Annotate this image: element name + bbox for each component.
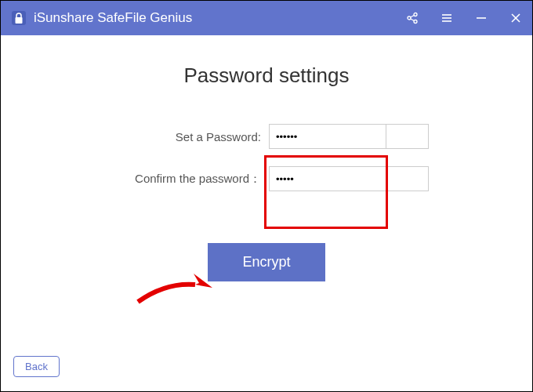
- main-content: Password settings Set a Password: Confir…: [1, 35, 532, 281]
- svg-line-5: [411, 16, 415, 18]
- svg-rect-1: [16, 17, 23, 24]
- app-lock-icon: [10, 9, 27, 27]
- password-row: Set a Password:: [48, 124, 485, 149]
- app-window: iSunshare SafeFile Genius: [0, 0, 533, 392]
- titlebar-right: [405, 11, 523, 25]
- back-button[interactable]: Back: [13, 356, 60, 377]
- confirm-label: Confirm the password：: [104, 172, 261, 187]
- password-label: Set a Password:: [104, 130, 261, 143]
- page-title: Password settings: [48, 64, 485, 88]
- minimize-icon[interactable]: [474, 11, 488, 25]
- svg-point-3: [408, 16, 411, 20]
- confirm-row: Confirm the password：: [48, 166, 485, 191]
- share-icon[interactable]: [405, 11, 419, 25]
- password-input-group: [269, 124, 429, 149]
- confirm-input-trail: [386, 166, 429, 191]
- svg-line-6: [411, 19, 415, 21]
- confirm-input-group: [269, 166, 429, 191]
- svg-point-4: [414, 20, 417, 24]
- app-title: iSunshare SafeFile Genius: [34, 10, 192, 26]
- titlebar-left: iSunshare SafeFile Genius: [10, 9, 192, 27]
- svg-point-2: [414, 13, 417, 16]
- confirm-input[interactable]: [269, 166, 386, 191]
- password-input[interactable]: [269, 124, 386, 149]
- menu-icon[interactable]: [440, 11, 454, 25]
- password-input-trail: [386, 124, 429, 149]
- close-icon[interactable]: [509, 11, 523, 25]
- titlebar: iSunshare SafeFile Genius: [1, 1, 532, 35]
- encrypt-button[interactable]: Encrypt: [208, 243, 325, 281]
